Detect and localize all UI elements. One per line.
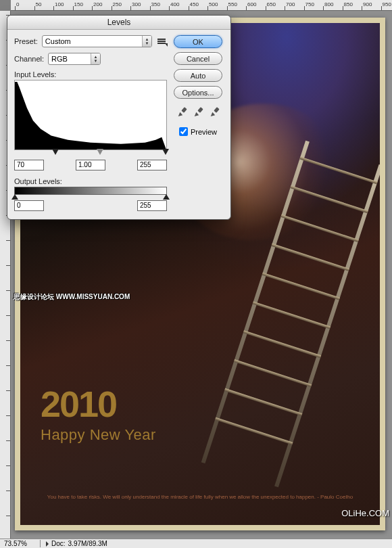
poster-year-text: 2010 bbox=[41, 383, 116, 425]
output-white-slider[interactable] bbox=[163, 194, 170, 200]
mid-point-slider[interactable] bbox=[97, 149, 103, 155]
gray-eyedropper-icon[interactable] bbox=[193, 107, 203, 118]
levels-dialog[interactable]: Levels Preset: Custom ▲▼ Channel: RGB ▲▼… bbox=[7, 15, 231, 220]
input-white-field[interactable] bbox=[137, 160, 167, 170]
preview-checkbox-row[interactable]: Preview bbox=[179, 127, 217, 136]
stepper-icon[interactable]: ▲▼ bbox=[91, 53, 100, 64]
preset-label: Preset: bbox=[14, 37, 38, 45]
options-button[interactable]: Options... bbox=[174, 86, 222, 99]
input-black-field[interactable] bbox=[14, 160, 44, 170]
output-black-slider[interactable] bbox=[11, 194, 18, 200]
preset-select[interactable]: Custom ▲▼ bbox=[42, 35, 152, 47]
cancel-button[interactable]: Cancel bbox=[174, 52, 222, 65]
input-levels-label: Input Levels: bbox=[14, 70, 167, 78]
doc-size-readout[interactable]: Doc: 3.97M/89.3M bbox=[41, 540, 107, 547]
eyedropper-group bbox=[176, 107, 220, 118]
poster-quote-text: You have to take risks. We will only und… bbox=[41, 494, 360, 501]
channel-select[interactable]: RGB ▲▼ bbox=[48, 53, 101, 65]
input-slider-track[interactable] bbox=[14, 150, 167, 158]
channel-value: RGB bbox=[51, 55, 91, 63]
doc-label: Doc: bbox=[51, 540, 66, 547]
black-eyedropper-icon[interactable] bbox=[176, 107, 187, 118]
preset-menu-icon[interactable] bbox=[156, 37, 167, 46]
white-eyedropper-icon[interactable] bbox=[209, 107, 220, 118]
histogram[interactable] bbox=[14, 80, 167, 150]
status-bar: 73.57% Doc: 3.97M/89.3M bbox=[0, 539, 392, 548]
black-point-slider[interactable] bbox=[52, 149, 59, 155]
watermark-right: OLiHe.COM bbox=[341, 508, 389, 518]
watermark-left: 思缘设计论坛 WWW.MISSYUAN.COM bbox=[14, 292, 130, 302]
input-mid-field[interactable] bbox=[76, 160, 105, 170]
preset-value: Custom bbox=[45, 37, 142, 45]
preview-label: Preview bbox=[191, 128, 217, 136]
doc-value: 3.97M/89.3M bbox=[68, 540, 107, 547]
ruler-horizontal: 0501001502002503003504004505005506006507… bbox=[11, 0, 392, 11]
disclosure-triangle-icon[interactable] bbox=[46, 541, 49, 547]
auto-button[interactable]: Auto bbox=[174, 69, 222, 82]
stepper-icon[interactable]: ▲▼ bbox=[142, 36, 151, 47]
white-point-slider[interactable] bbox=[162, 149, 169, 155]
channel-label: Channel: bbox=[14, 55, 44, 63]
dialog-title: Levels bbox=[7, 16, 230, 30]
poster-subtitle-text: Happy New Year bbox=[41, 426, 156, 444]
output-black-field[interactable] bbox=[14, 200, 44, 211]
ok-button[interactable]: OK bbox=[174, 35, 222, 48]
preview-checkbox[interactable] bbox=[179, 127, 188, 136]
output-gradient[interactable] bbox=[14, 187, 167, 195]
output-levels-label: Output Levels: bbox=[14, 177, 167, 185]
output-white-field[interactable] bbox=[137, 200, 167, 211]
zoom-level[interactable]: 73.57% bbox=[4, 540, 41, 547]
